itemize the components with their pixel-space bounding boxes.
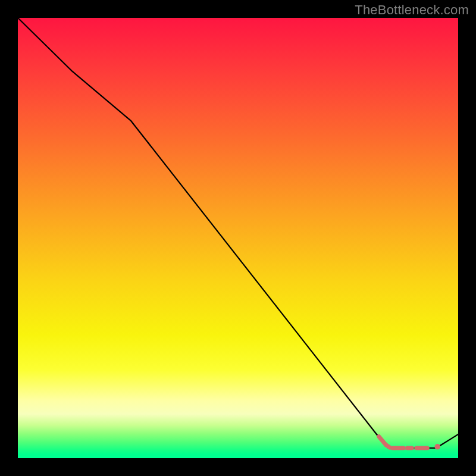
chart-stage: TheBottleneck.com (0, 0, 476, 476)
attribution-label: TheBottleneck.com (355, 2, 469, 18)
marker-dot (434, 444, 440, 450)
chart-overlay (18, 18, 458, 458)
plot-area (18, 18, 458, 458)
series-curve (18, 18, 458, 448)
marker-dash (386, 445, 390, 447)
